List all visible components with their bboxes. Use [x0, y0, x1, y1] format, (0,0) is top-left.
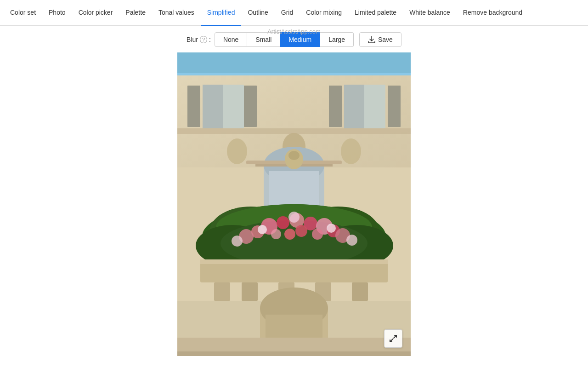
svg-point-47	[346, 235, 357, 246]
svg-point-13	[227, 138, 247, 164]
nav-item-grid[interactable]: Grid	[275, 0, 300, 25]
blur-label: Blur ? :	[187, 36, 211, 43]
blur-btn-large[interactable]: Large	[320, 32, 354, 47]
nav-item-photo[interactable]: Photo	[42, 0, 72, 25]
svg-point-15	[341, 138, 361, 164]
nav-item-simplified[interactable]: Simplified	[201, 0, 242, 26]
image-area	[0, 52, 588, 356]
blur-button-group: NoneSmallMediumLarge	[215, 32, 354, 47]
svg-point-39	[284, 229, 295, 240]
svg-point-46	[232, 236, 243, 247]
top-navigation: Color setPhotoColor pickerPaletteTonal v…	[0, 0, 588, 26]
svg-point-41	[271, 229, 281, 239]
svg-rect-60	[177, 351, 411, 356]
svg-point-45	[288, 212, 300, 223]
blur-controls-bar: Blur ? : NoneSmallMediumLarge Save	[0, 26, 588, 52]
svg-rect-51	[242, 282, 258, 301]
svg-point-42	[312, 229, 323, 240]
svg-point-44	[327, 224, 336, 233]
blur-help-icon[interactable]: ?	[200, 36, 207, 43]
svg-rect-10	[329, 86, 342, 127]
nav-item-palette[interactable]: Palette	[119, 0, 152, 25]
blur-btn-small[interactable]: Small	[247, 32, 280, 47]
svg-rect-50	[214, 282, 230, 301]
nav-item-tonal-values[interactable]: Tonal values	[152, 0, 201, 25]
save-label: Save	[378, 36, 393, 43]
nav-item-limited-palette[interactable]: Limited palette	[348, 0, 403, 25]
svg-rect-7	[244, 86, 257, 127]
svg-point-43	[258, 225, 267, 234]
svg-rect-54	[352, 282, 368, 301]
nav-item-color-picker[interactable]: Color picker	[72, 0, 119, 25]
blur-btn-none[interactable]: None	[215, 32, 247, 47]
expand-button[interactable]	[384, 329, 402, 348]
main-image-container	[177, 52, 411, 356]
svg-point-31	[277, 216, 289, 229]
svg-rect-9	[344, 85, 364, 128]
svg-rect-6	[187, 86, 200, 127]
nav-item-remove-background[interactable]: Remove background	[457, 0, 529, 25]
save-button[interactable]: Save	[359, 32, 401, 47]
blur-btn-medium[interactable]: Medium	[280, 32, 320, 47]
svg-point-40	[295, 225, 307, 237]
svg-rect-11	[388, 86, 401, 127]
nav-item-white-balance[interactable]: White balance	[403, 0, 457, 25]
nav-item-color-set[interactable]: Color set	[4, 0, 42, 25]
building-image	[177, 52, 411, 356]
svg-rect-5	[203, 85, 223, 128]
nav-item-color-mixing[interactable]: Color mixing	[300, 0, 348, 25]
svg-point-22	[288, 151, 300, 160]
svg-rect-49	[200, 259, 388, 264]
nav-item-outline[interactable]: Outline	[241, 0, 274, 25]
